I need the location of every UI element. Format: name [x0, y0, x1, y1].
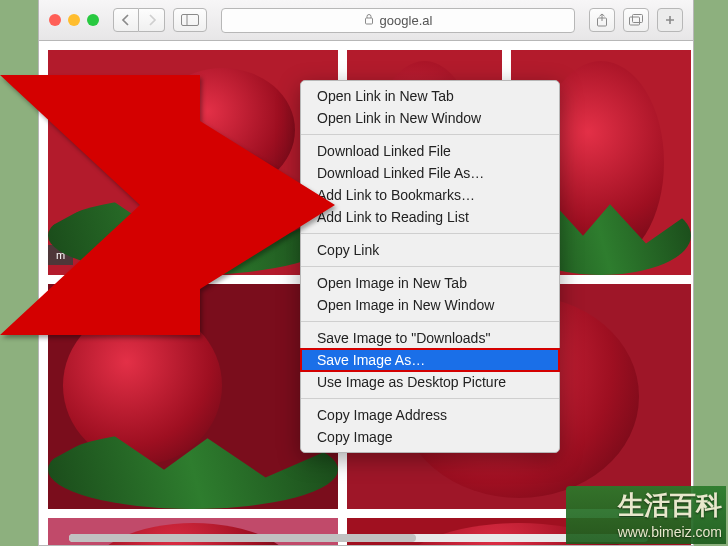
menu-item[interactable]: Open Link in New Tab	[301, 85, 559, 107]
menu-item[interactable]: Copy Image Address	[301, 404, 559, 426]
menu-item[interactable]: Save Image As…	[301, 349, 559, 371]
forward-button[interactable]	[139, 8, 165, 32]
lock-icon	[364, 13, 374, 28]
menu-item[interactable]: Add Link to Bookmarks…	[301, 184, 559, 206]
watermark: 生活百科 www.bimeiz.com	[618, 488, 722, 542]
svg-rect-4	[630, 17, 640, 25]
menu-separator	[301, 134, 559, 135]
image-result[interactable]	[48, 284, 338, 509]
address-bar[interactable]: google.al	[221, 8, 575, 33]
nav-back-forward	[113, 8, 165, 32]
image-result[interactable]: m	[48, 50, 338, 275]
url-text: google.al	[380, 13, 433, 28]
horizontal-scrollbar[interactable]	[69, 534, 648, 542]
svg-rect-5	[633, 15, 643, 23]
menu-item[interactable]: Open Image in New Tab	[301, 272, 559, 294]
menu-item[interactable]: Add Link to Reading List	[301, 206, 559, 228]
menu-separator	[301, 398, 559, 399]
menu-item[interactable]: Download Linked File	[301, 140, 559, 162]
close-window-button[interactable]	[49, 14, 61, 26]
zoom-window-button[interactable]	[87, 14, 99, 26]
menu-item[interactable]: Open Link in New Window	[301, 107, 559, 129]
svg-rect-0	[182, 15, 199, 26]
svg-rect-2	[365, 18, 372, 24]
menu-item[interactable]: Copy Link	[301, 239, 559, 261]
share-button[interactable]	[589, 8, 615, 32]
scrollbar-thumb[interactable]	[69, 534, 416, 542]
menu-item[interactable]: Download Linked File As…	[301, 162, 559, 184]
toolbar: google.al	[39, 0, 693, 41]
new-tab-button[interactable]	[657, 8, 683, 32]
image-caption: m	[48, 245, 73, 265]
menu-item[interactable]: Open Image in New Window	[301, 294, 559, 316]
menu-item[interactable]: Save Image to "Downloads"	[301, 327, 559, 349]
minimize-window-button[interactable]	[68, 14, 80, 26]
menu-item[interactable]: Use Image as Desktop Picture	[301, 371, 559, 393]
watermark-title: 生活百科	[618, 488, 722, 523]
menu-item[interactable]: Copy Image	[301, 426, 559, 448]
sidebar-button[interactable]	[173, 8, 207, 32]
context-menu: Open Link in New TabOpen Link in New Win…	[300, 80, 560, 453]
menu-separator	[301, 266, 559, 267]
window-controls	[49, 14, 99, 26]
menu-separator	[301, 321, 559, 322]
menu-separator	[301, 233, 559, 234]
tabs-button[interactable]	[623, 8, 649, 32]
watermark-url: www.bimeiz.com	[618, 523, 722, 542]
back-button[interactable]	[113, 8, 139, 32]
